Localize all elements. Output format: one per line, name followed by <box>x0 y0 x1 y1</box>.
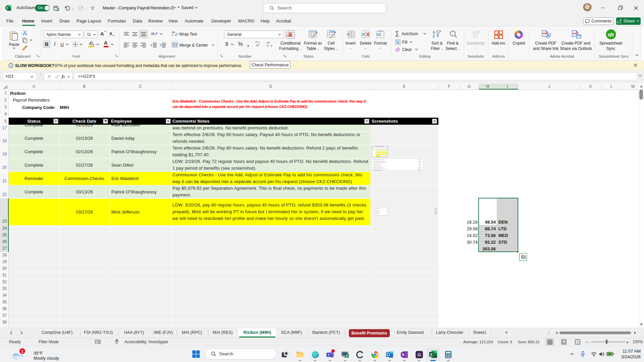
svg-text:N: N <box>402 353 404 357</box>
svg-text:Z: Z <box>433 35 435 38</box>
svg-text:PDF: PDF <box>543 33 548 35</box>
svg-text:qb: qb <box>608 32 614 37</box>
svg-text:ab: ab <box>151 32 155 36</box>
svg-text:x: x <box>6 6 8 9</box>
svg-text:.00: .00 <box>255 44 259 47</box>
svg-text:T: T <box>328 353 330 357</box>
svg-text:G: G <box>418 352 421 357</box>
svg-text:X: X <box>430 353 432 357</box>
svg-text:A: A <box>433 31 435 34</box>
svg-text:0: 0 <box>271 44 272 47</box>
svg-text:.00: .00 <box>266 41 270 44</box>
svg-text:PDF: PDF <box>573 33 578 35</box>
